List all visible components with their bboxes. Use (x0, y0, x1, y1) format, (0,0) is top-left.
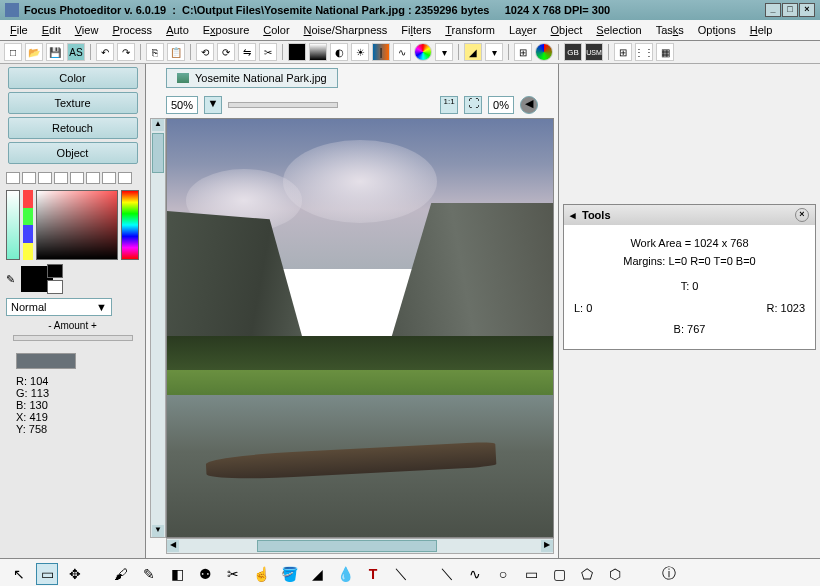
saveas-icon[interactable]: AS (67, 43, 85, 61)
tools-close-button[interactable]: × (795, 208, 809, 222)
move-tool-icon[interactable]: ✥ (64, 563, 86, 585)
maximize-button[interactable]: □ (782, 3, 798, 17)
guides-icon[interactable]: ⋮⋮ (635, 43, 653, 61)
menu-options[interactable]: Options (692, 22, 742, 38)
quick-red[interactable] (23, 190, 33, 208)
smudge-tool-icon[interactable]: ☝ (250, 563, 272, 585)
usm-icon[interactable]: USM (585, 43, 603, 61)
zoom-11-icon[interactable]: 1:1 (440, 96, 458, 114)
paste-icon[interactable]: 📋 (167, 43, 185, 61)
menu-noise[interactable]: Noise/Sharpness (298, 22, 394, 38)
menu-process[interactable]: Process (106, 22, 158, 38)
rect-tool-icon[interactable]: ▭ (520, 563, 542, 585)
zoom-slider[interactable] (228, 102, 338, 108)
text-tool-icon[interactable]: T (362, 563, 384, 585)
lightness-bar[interactable] (6, 190, 20, 260)
swatch[interactable] (54, 172, 68, 184)
gradient-tool-icon[interactable]: ◢ (306, 563, 328, 585)
nav-icon[interactable]: ◀ (520, 96, 538, 114)
ellipse-tool-icon[interactable]: ○ (492, 563, 514, 585)
menu-object[interactable]: Object (545, 22, 589, 38)
flip-icon[interactable]: ⇋ (238, 43, 256, 61)
zoom-fit-icon[interactable]: ⛶ (464, 96, 482, 114)
curves-icon[interactable]: ∿ (393, 43, 411, 61)
amount-slider[interactable] (13, 335, 133, 341)
eraser-tool-icon[interactable]: ◧ (166, 563, 188, 585)
scroll-up-icon[interactable]: ▲ (152, 119, 164, 131)
effect2-icon[interactable]: ▾ (485, 43, 503, 61)
swatch[interactable] (86, 172, 100, 184)
close-button[interactable]: × (799, 3, 815, 17)
adjust2-icon[interactable]: ☀ (351, 43, 369, 61)
grid-icon[interactable]: ⊞ (614, 43, 632, 61)
menu-layer[interactable]: Layer (503, 22, 543, 38)
color-wheel-icon[interactable] (414, 43, 432, 61)
swatch[interactable] (118, 172, 132, 184)
swatch[interactable] (70, 172, 84, 184)
vertical-scrollbar[interactable]: ▲ ▼ (150, 118, 166, 538)
help-icon[interactable]: ⓘ (658, 563, 680, 585)
star-tool-icon[interactable]: ⬡ (604, 563, 626, 585)
new-icon[interactable]: □ (4, 43, 22, 61)
curve-tool-icon[interactable]: ∿ (464, 563, 486, 585)
pointer-tool-icon[interactable]: ↖ (8, 563, 30, 585)
scroll-thumb[interactable] (152, 133, 164, 173)
quick-green[interactable] (23, 208, 33, 226)
channels-icon[interactable]: ⊞ (514, 43, 532, 61)
gradient-icon[interactable] (309, 43, 327, 61)
crop-icon[interactable]: ✂ (259, 43, 277, 61)
collapse-icon[interactable]: ◂ (570, 209, 576, 222)
fill-black-icon[interactable] (288, 43, 306, 61)
bg-black-swatch[interactable] (47, 264, 63, 278)
scroll-down-icon[interactable]: ▼ (152, 525, 164, 537)
dropdown-arrow-icon[interactable]: ▾ (435, 43, 453, 61)
eyedropper-tool-icon[interactable]: 💧 (334, 563, 356, 585)
menu-exposure[interactable]: Exposure (197, 22, 255, 38)
save-icon[interactable]: 💾 (46, 43, 64, 61)
adjust1-icon[interactable]: ◐ (330, 43, 348, 61)
menu-tasks[interactable]: Tasks (650, 22, 690, 38)
zoom-dropdown-arrow[interactable]: ▼ (204, 96, 222, 114)
menu-auto[interactable]: Auto (160, 22, 195, 38)
pencil-tool-icon[interactable]: ✎ (138, 563, 160, 585)
hue-bar[interactable] (121, 190, 139, 260)
menu-transform[interactable]: Transform (439, 22, 501, 38)
menu-color[interactable]: Color (257, 22, 295, 38)
tab-texture[interactable]: Texture (8, 92, 138, 114)
rotate-right-icon[interactable]: ⟳ (217, 43, 235, 61)
open-icon[interactable]: 📂 (25, 43, 43, 61)
minimize-button[interactable]: _ (765, 3, 781, 17)
marquee-tool-icon[interactable]: ▭ (36, 563, 58, 585)
copy-icon[interactable]: ⎘ (146, 43, 164, 61)
hscroll-thumb[interactable] (257, 540, 437, 552)
blend-mode-dropdown[interactable]: Normal▼ (6, 298, 112, 316)
color-picker-field[interactable] (36, 190, 118, 260)
line-tool-icon[interactable]: ＼ (390, 563, 412, 585)
quick-blue[interactable] (23, 225, 33, 243)
tab-object[interactable]: Object (8, 142, 138, 164)
eyedropper-icon[interactable]: ✎ (6, 273, 15, 286)
line2-tool-icon[interactable]: ＼ (436, 563, 458, 585)
rgb-icon[interactable] (535, 43, 553, 61)
levels-icon[interactable]: | (372, 43, 390, 61)
quick-yellow[interactable] (23, 243, 33, 261)
menu-help[interactable]: Help (744, 22, 779, 38)
menu-edit[interactable]: Edit (36, 22, 67, 38)
cut-tool-icon[interactable]: ✂ (222, 563, 244, 585)
tab-color[interactable]: Color (8, 67, 138, 89)
menu-view[interactable]: View (69, 22, 105, 38)
tab-retouch[interactable]: Retouch (8, 117, 138, 139)
rotate-left-icon[interactable]: ⟲ (196, 43, 214, 61)
horizontal-scrollbar[interactable]: ◀ ▶ (166, 538, 554, 554)
gb-icon[interactable]: GB (564, 43, 582, 61)
swatch[interactable] (6, 172, 20, 184)
scroll-left-icon[interactable]: ◀ (167, 540, 179, 552)
scroll-right-icon[interactable]: ▶ (541, 540, 553, 552)
swatch[interactable] (102, 172, 116, 184)
undo-icon[interactable]: ↶ (96, 43, 114, 61)
rulers-icon[interactable]: ▦ (656, 43, 674, 61)
swatch[interactable] (22, 172, 36, 184)
redo-icon[interactable]: ↷ (117, 43, 135, 61)
effect1-icon[interactable]: ◢ (464, 43, 482, 61)
roundrect-tool-icon[interactable]: ▢ (548, 563, 570, 585)
